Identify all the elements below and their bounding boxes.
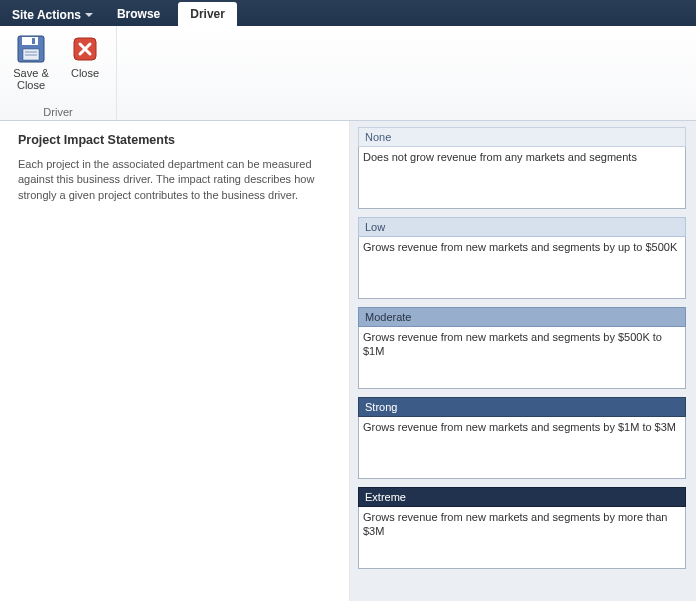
site-actions-menu[interactable]: Site Actions (6, 4, 99, 26)
svg-rect-1 (22, 37, 38, 45)
ribbon-group-driver: Save & Close Close Driver (0, 26, 117, 120)
save-and-close-label: Save & Close (11, 67, 51, 91)
section-title: Project Impact Statements (18, 133, 331, 147)
site-actions-label: Site Actions (12, 8, 81, 22)
ribbon-group-label: Driver (0, 106, 116, 118)
close-button[interactable]: Close (62, 30, 108, 92)
impact-extreme: Extreme (358, 487, 686, 569)
close-icon (69, 33, 101, 65)
content-area: Project Impact Statements Each project i… (0, 121, 696, 601)
save-icon (15, 33, 47, 65)
close-label: Close (71, 67, 99, 79)
impact-textarea-moderate[interactable] (358, 327, 686, 389)
impact-strong: Strong (358, 397, 686, 479)
impact-header-low: Low (358, 217, 686, 237)
svg-rect-2 (32, 38, 35, 44)
impact-header-moderate: Moderate (358, 307, 686, 327)
section-description: Each project in the associated departmen… (18, 157, 331, 203)
impact-textarea-low[interactable] (358, 237, 686, 299)
impact-textarea-extreme[interactable] (358, 507, 686, 569)
caret-down-icon (85, 13, 93, 17)
impact-header-none: None (358, 127, 686, 147)
top-nav-strip: Site Actions Browse Driver (0, 0, 696, 26)
impact-header-strong: Strong (358, 397, 686, 417)
impact-textarea-none[interactable] (358, 147, 686, 209)
save-and-close-button[interactable]: Save & Close (8, 30, 54, 92)
impact-moderate: Moderate (358, 307, 686, 389)
ribbon: Save & Close Close Driver (0, 26, 696, 121)
tab-browse[interactable]: Browse (105, 2, 172, 26)
impact-header-extreme: Extreme (358, 487, 686, 507)
impact-low: Low (358, 217, 686, 299)
left-pane: Project Impact Statements Each project i… (0, 121, 350, 601)
impact-none: None (358, 127, 686, 209)
tab-driver[interactable]: Driver (178, 2, 237, 26)
impact-textarea-strong[interactable] (358, 417, 686, 479)
impact-statements-pane: None Low Moderate Strong Extreme (350, 121, 696, 601)
